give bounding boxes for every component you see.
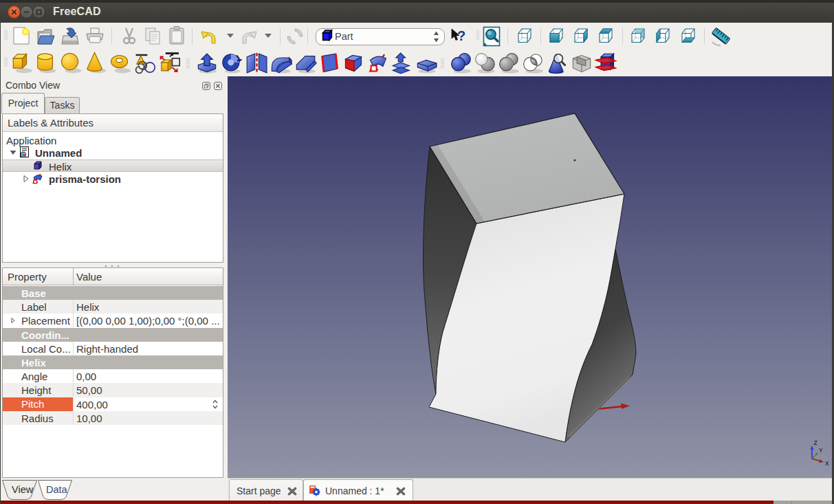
svg-text:Z: Z: [814, 439, 817, 446]
svg-text:Part: Part: [335, 31, 353, 42]
svg-text:Y: Y: [819, 447, 823, 454]
svg-text:X: X: [825, 460, 829, 467]
svg-text:?: ?: [457, 28, 465, 43]
svg-text:View: View: [12, 484, 34, 495]
svg-text:Data: Data: [46, 484, 68, 495]
